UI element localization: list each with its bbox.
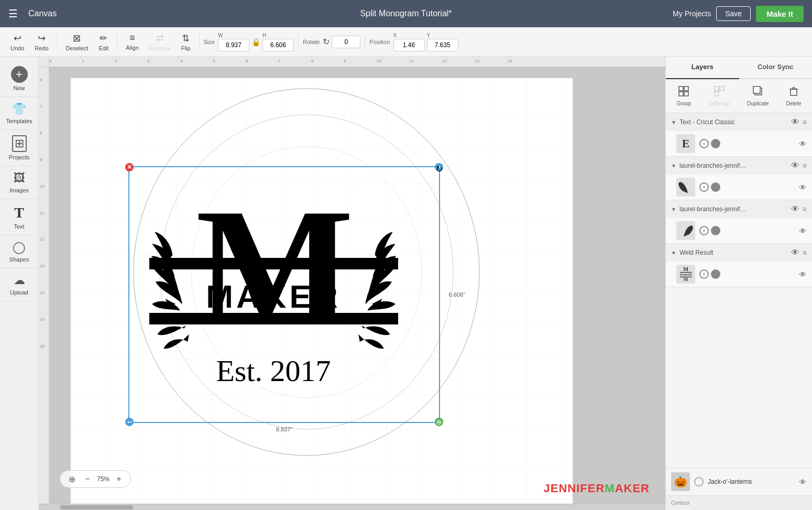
deselect-button[interactable]: ⊠ Deselect [62, 30, 93, 53]
lock-icon[interactable]: 🔒 [251, 38, 260, 46]
menu-dots-text-cricut[interactable]: ≡ [803, 118, 807, 126]
layer-eye-4[interactable]: 👁 [799, 270, 807, 279]
layer-icons-laurel-2: × [699, 226, 720, 235]
height-input[interactable] [262, 39, 294, 51]
width-input[interactable] [218, 39, 249, 51]
layer-eye-3[interactable]: 👁 [799, 226, 807, 235]
layer-icon-circle-4 [711, 269, 720, 279]
layer-group-text-cricut-header[interactable]: ▼ Text - Cricut Classic 👁 ≡ [666, 113, 812, 131]
vtick-8: 8 [40, 131, 50, 135]
layer-icon-x-4: × [699, 269, 709, 279]
handle-delete[interactable]: ✕ [125, 163, 134, 171]
flip-button[interactable]: ⇅ Flip [177, 30, 195, 53]
layer-item-laurel-1[interactable]: × 👁 [666, 175, 812, 200]
reverse-button[interactable]: ⇄ Reverse [145, 30, 175, 53]
zoom-target-button[interactable]: ⊕ [65, 473, 78, 485]
tab-layers[interactable]: Layers [666, 57, 739, 79]
layer-group-laurel-1-header[interactable]: ▼ laurel-branches-jennife... 👁 ≡ [666, 157, 812, 175]
tick-9: 9 [344, 59, 346, 63]
align-button[interactable]: ≡ Align [122, 30, 142, 53]
new-icon: + [11, 66, 28, 83]
rotate-icon: ↻ [323, 37, 330, 47]
rotate-input[interactable] [332, 36, 360, 48]
upload-icon: ☁ [14, 274, 25, 287]
redo-button[interactable]: ↪ Redo [30, 30, 52, 53]
layer-group-weld-header[interactable]: ▼ Weld Result 👁 ≡ [666, 244, 812, 262]
chevron-down-icon-4: ▼ [671, 250, 676, 256]
horizontal-scrollbar[interactable] [39, 504, 665, 510]
layer-group-weld: ▼ Weld Result 👁 ≡ M MAKER M × [666, 244, 812, 287]
x-input[interactable] [393, 39, 425, 51]
y-input[interactable] [427, 39, 458, 51]
tick-3: 3 [147, 59, 149, 63]
duplicate-icon [752, 85, 764, 100]
layer-item-text-cricut[interactable]: E × 👁 [666, 131, 812, 156]
toolbar: ↩ Undo ↪ Redo ⊠ Deselect ✏ Edit ≡ Align … [0, 27, 812, 57]
ruler-corner [39, 57, 49, 67]
group-button[interactable]: Group [673, 83, 696, 108]
project-title: Split Monogram Tutorial* [360, 9, 452, 18]
vtick-15: 15 [40, 317, 50, 322]
handle-rotate[interactable]: ↻ [435, 163, 443, 171]
divider-5 [365, 34, 365, 50]
my-projects-button[interactable]: My Projects [673, 9, 711, 18]
visibility-icon-weld[interactable]: 👁 [791, 248, 799, 257]
canvas-grid[interactable]: M MAKER Est. 2017 [70, 78, 573, 504]
ruler-horizontal-marks: 0 1 2 3 4 5 6 7 8 9 10 11 12 13 14 [49, 57, 665, 67]
divider-1 [57, 34, 58, 50]
edit-button[interactable]: ✏ Edit [94, 30, 113, 53]
sidebar-item-shapes[interactable]: ◯ Shapes [0, 235, 38, 268]
ungroup-button[interactable]: UnGroup [704, 83, 734, 108]
vtick-6: 6 [40, 78, 50, 82]
sidebar-item-upload[interactable]: ☁ Upload [0, 268, 38, 301]
sidebar-item-text[interactable]: T Text [0, 199, 38, 235]
duplicate-button[interactable]: Duplicate [743, 83, 773, 108]
ungroup-svg [714, 85, 725, 97]
sidebar-item-images[interactable]: 🖼 Images [0, 166, 38, 199]
handle-scale-bl[interactable]: ↩ [125, 418, 134, 426]
position-group: Position X Y [369, 32, 458, 51]
layer-item-weld[interactable]: M MAKER M × 👁 [666, 262, 812, 287]
vtick-16: 16 [40, 344, 50, 349]
scroll-thumb[interactable] [60, 505, 133, 509]
sidebar-item-templates[interactable]: 👕 Templates [0, 97, 38, 130]
menu-icon[interactable]: ☰ [8, 7, 18, 20]
make-it-button[interactable]: Make It [756, 6, 804, 22]
layer-icon-x-3: × [699, 226, 709, 235]
visibility-icon-laurel-2[interactable]: 👁 [791, 204, 799, 214]
width-field: W [218, 32, 249, 51]
sidebar-item-projects[interactable]: ⊞ Projects [0, 130, 38, 166]
canvas-area[interactable]: 0 1 2 3 4 5 6 7 8 9 10 11 12 13 14 6 7 8 [39, 57, 665, 510]
text-icon: T [14, 204, 24, 221]
canvas-scroll[interactable]: M MAKER Est. 2017 [49, 67, 665, 504]
bottom-layer-item[interactable]: 🎃 Jack-o'-lanterns 👁 [666, 468, 812, 495]
panel-actions: Group UnGroup [666, 79, 812, 113]
ruler-horizontal: 0 1 2 3 4 5 6 7 8 9 10 11 12 13 14 [39, 57, 665, 67]
layer-thumb-weld: M MAKER M [676, 265, 695, 284]
handle-scale-br[interactable]: ⊕ [435, 418, 443, 426]
delete-button[interactable]: Delete [782, 83, 806, 108]
layer-eye-1[interactable]: 👁 [799, 139, 807, 148]
tab-color-sync[interactable]: Color Sync [739, 57, 813, 78]
zoom-in-button[interactable]: + [113, 473, 125, 485]
y-field: Y [427, 32, 458, 51]
save-button[interactable]: Save [716, 6, 751, 21]
sidebar-item-new[interactable]: + New [0, 61, 38, 97]
height-label-text: H [262, 32, 294, 38]
tick-6: 6 [246, 59, 248, 63]
jack-color-circle [694, 477, 704, 486]
width-dimension-label: 8.937" [276, 426, 292, 432]
layer-group-laurel-2-header[interactable]: ▼ laurel-branches-jennife... 👁 ≡ [666, 200, 812, 218]
group-icon [678, 85, 689, 100]
visibility-icon-laurel-1[interactable]: 👁 [791, 161, 799, 170]
visibility-icon-text-cricut[interactable]: 👁 [791, 117, 799, 127]
menu-dots-weld[interactable]: ≡ [803, 248, 807, 257]
jack-visibility-icon[interactable]: 👁 [799, 478, 807, 486]
layer-eye-2[interactable]: 👁 [799, 183, 807, 192]
zoom-out-button[interactable]: − [81, 473, 94, 485]
layer-item-laurel-2[interactable]: × 👁 [666, 218, 812, 243]
menu-dots-laurel-2[interactable]: ≡ [803, 205, 807, 213]
undo-button[interactable]: ↩ Undo [6, 30, 28, 53]
projects-icon: ⊞ [12, 135, 27, 152]
menu-dots-laurel-1[interactable]: ≡ [803, 161, 807, 170]
